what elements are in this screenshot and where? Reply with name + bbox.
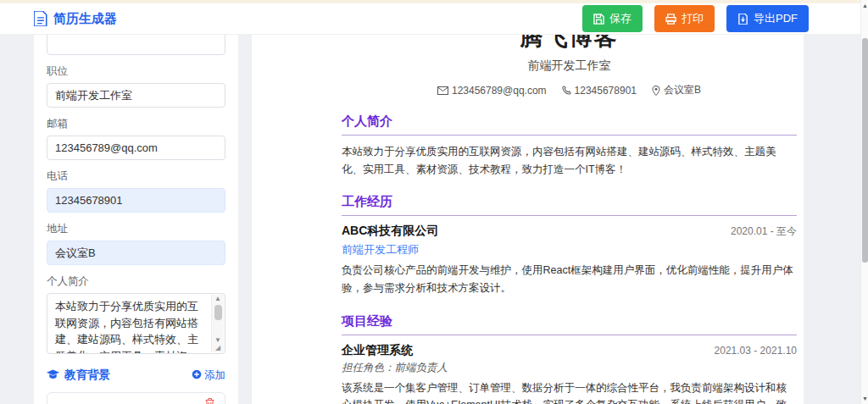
- position-field[interactable]: [47, 83, 225, 108]
- app-title: 简历生成器: [53, 11, 117, 27]
- project-role: 担任角色：前端负责人: [342, 361, 797, 375]
- bio-textarea[interactable]: 本站致力于分享优质实用的互联网资源，内容包括有网站搭建、建站源码、样式特效、主题…: [47, 293, 225, 354]
- resume-preview-panel[interactable]: 腾飞博客 前端开发工作室 123456789@qq.com 1234567890…: [252, 35, 804, 404]
- add-education-button[interactable]: 添加: [192, 368, 225, 383]
- work-desc: 负责公司核心产品的前端开发与维护，使用React框架构建用户界面，优化前端性能，…: [342, 262, 797, 296]
- print-button[interactable]: 打印: [654, 5, 715, 32]
- education-section-header: 教育背景 添加: [47, 368, 225, 383]
- trash-icon: [205, 396, 214, 404]
- plus-circle-icon: [192, 369, 202, 382]
- scrollbar-up-icon[interactable]: ▲: [861, 3, 868, 8]
- phone-field[interactable]: [47, 188, 225, 213]
- work-item: ABC科技有限公司 2020.01 - 至今 前端开发工程师 负责公司核心产品的…: [342, 224, 797, 296]
- scrollbar-thumb[interactable]: [862, 38, 868, 263]
- section-title-work: 工作经历: [342, 194, 797, 216]
- document-icon: [34, 11, 47, 26]
- resume-job-title: 前端开发工作室: [342, 58, 797, 74]
- position-label: 职位: [47, 64, 225, 79]
- project-name: 企业管理系统: [342, 343, 413, 358]
- phone-icon: [562, 86, 571, 95]
- address-field[interactable]: [47, 241, 225, 265]
- education-section-title: 教育背景: [47, 368, 110, 383]
- resume-name: 腾飞博客: [342, 35, 797, 53]
- contact-phone: 12345678901: [562, 85, 637, 97]
- email-field[interactable]: [47, 136, 225, 160]
- resume-contact-row: 123456789@qq.com 12345678901 会议室B: [342, 83, 797, 97]
- work-role: 前端开发工程师: [342, 242, 797, 257]
- pdf-file-icon: [737, 14, 748, 25]
- project-date: 2021.03 - 2021.10: [715, 345, 797, 357]
- bio-textarea-scrollbar[interactable]: ▲ ▼ ◢: [211, 295, 224, 352]
- project-desc: 该系统是一个集客户管理、订单管理、数据分析于一体的综合性平台，我负责前端架构设计…: [342, 379, 797, 404]
- export-pdf-button[interactable]: 导出PDF: [726, 5, 809, 32]
- resume-page: 腾飞博客 前端开发工作室 123456789@qq.com 1234567890…: [252, 35, 804, 404]
- section-title-projects: 项目经验: [342, 313, 797, 335]
- editor-form-panel: 职位 邮箱 电话 地址 个人简介 本站致力于分享优质实用的互联网资源，内容包括有…: [34, 35, 238, 404]
- save-button[interactable]: 保存: [582, 5, 643, 32]
- location-pin-icon: [652, 86, 660, 96]
- email-label: 邮箱: [47, 117, 225, 131]
- name-field-partial[interactable]: [47, 35, 225, 55]
- scroll-thumb[interactable]: [214, 305, 222, 320]
- work-date: 2020.01 - 至今: [731, 224, 797, 239]
- phone-label: 电话: [47, 169, 225, 184]
- scroll-up-icon[interactable]: ▲: [214, 295, 221, 303]
- address-label: 地址: [47, 222, 225, 236]
- project-item: 企业管理系统 2021.03 - 2021.10 担任角色：前端负责人 该系统是…: [342, 343, 797, 404]
- printer-icon: [665, 14, 676, 25]
- save-icon: [593, 14, 604, 25]
- browser-top-strip: [0, 0, 868, 3]
- app-logo: 简历生成器: [34, 11, 117, 27]
- delete-education-button[interactable]: [205, 398, 214, 404]
- envelope-icon: [437, 86, 448, 95]
- bio-label: 个人简介: [47, 274, 225, 289]
- contact-address: 会议室B: [652, 83, 701, 97]
- work-company: ABC科技有限公司: [342, 224, 438, 239]
- contact-email: 123456789@qq.com: [437, 85, 547, 97]
- section-title-about: 个人简介: [342, 113, 797, 136]
- page-scrollbar[interactable]: ▲ ▼: [860, 0, 868, 404]
- education-entry-card: [47, 392, 225, 404]
- about-text: 本站致力于分享优质实用的互联网资源，内容包括有网站搭建、建站源码、样式特效、主题…: [342, 143, 797, 178]
- scrollbar-down-icon[interactable]: ▼: [861, 396, 868, 401]
- resize-grip-icon[interactable]: ◢: [215, 345, 220, 351]
- header-actions: 保存 打印 导出PDF: [582, 5, 809, 32]
- bio-text: 本站致力于分享优质实用的互联网资源，内容包括有网站搭建、建站源码、样式特效、主题…: [55, 300, 198, 354]
- app-header: 简历生成器 保存 打印 导出PDF: [0, 3, 861, 35]
- app-window: 简历生成器 保存 打印 导出PDF 职位 邮箱 电话 地址 个人: [0, 0, 868, 404]
- graduation-cap-icon: [47, 369, 59, 382]
